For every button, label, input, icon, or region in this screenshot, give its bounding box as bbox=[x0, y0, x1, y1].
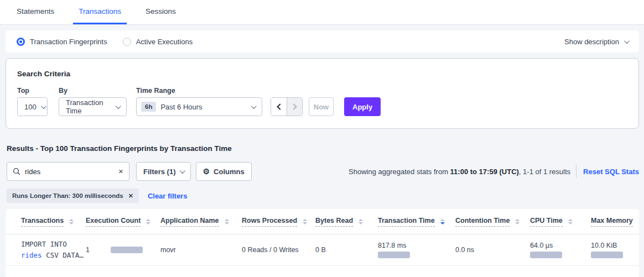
cpu-time-cell: 64.0 µs bbox=[530, 242, 591, 258]
sort-icon[interactable] bbox=[146, 219, 150, 224]
max-memory-cell: 10.0 KiB bbox=[591, 242, 639, 258]
results-table: Transactions Execution Count Application… bbox=[6, 209, 639, 277]
chevron-down-icon bbox=[179, 168, 185, 174]
show-description-toggle[interactable]: Show description bbox=[564, 38, 628, 46]
view-toggle-group: Transaction Fingerprints Active Executio… bbox=[17, 38, 193, 46]
time-range-label: Time Range bbox=[136, 87, 271, 95]
apply-button[interactable]: Apply bbox=[344, 97, 381, 116]
search-criteria-controls: Top 100 By Transaction Time Time Range 6… bbox=[17, 87, 627, 116]
top-field: Top 100 bbox=[17, 87, 59, 116]
sort-icon[interactable] bbox=[303, 219, 307, 224]
vertical-divider bbox=[576, 165, 577, 178]
by-label: By bbox=[59, 87, 136, 95]
show-description-label: Show description bbox=[564, 38, 619, 46]
search-box: ✕ bbox=[7, 162, 129, 181]
filter-chip-label: Runs Longer Than: 300 milliseconds bbox=[12, 192, 123, 199]
column-header-transaction-time: Transaction Time bbox=[378, 217, 455, 227]
search-criteria-panel: Search Criteria Top 100 By Transaction T… bbox=[6, 58, 639, 129]
radio-transaction-fingerprints[interactable]: Transaction Fingerprints bbox=[17, 38, 107, 46]
by-select[interactable]: Transaction Time bbox=[59, 97, 127, 116]
execution-count-cell: 1 bbox=[86, 246, 160, 254]
results-toolbar: ✕ Filters (1) ⚙ Columns Showing aggregat… bbox=[7, 162, 639, 181]
search-criteria-title: Search Criteria bbox=[17, 70, 627, 78]
stats-area: Showing aggregated stats from 11:00 to 1… bbox=[349, 165, 639, 178]
transactions-page: Statements Transactions Sessions Transac… bbox=[0, 0, 644, 277]
transaction-time-cell: 817.8 ms bbox=[378, 242, 455, 258]
sort-icon[interactable] bbox=[225, 219, 229, 224]
by-select-value: Transaction Time bbox=[66, 98, 111, 115]
filters-button[interactable]: Filters (1) bbox=[136, 162, 191, 181]
application-name-cell: movr bbox=[160, 246, 242, 254]
contention-time-cell: 0.0 ns bbox=[455, 246, 530, 254]
reset-sql-stats-link[interactable]: Reset SQL Stats bbox=[583, 168, 639, 176]
value-bar bbox=[378, 252, 410, 258]
column-header-transactions: Transactions bbox=[21, 217, 86, 227]
table-row: IMPORT INTO rides CSV DATA… 1 movr 0 Rea… bbox=[6, 234, 639, 266]
column-header-execution-count: Execution Count bbox=[86, 217, 160, 227]
stats-time-range: 11:00 to 17:59 (UTC) bbox=[450, 168, 519, 176]
by-field: By Transaction Time bbox=[59, 87, 136, 116]
clear-search-icon[interactable]: ✕ bbox=[118, 169, 123, 175]
sort-icon[interactable] bbox=[638, 219, 639, 224]
top-tab-bar: Statements Transactions Sessions bbox=[0, 0, 644, 25]
chevron-right-icon bbox=[290, 103, 297, 109]
value-bar bbox=[111, 247, 143, 253]
tab-sessions[interactable]: Sessions bbox=[140, 0, 181, 24]
tab-transactions[interactable]: Transactions bbox=[73, 0, 127, 24]
gear-icon: ⚙ bbox=[203, 168, 210, 175]
column-header-bytes-read: Bytes Read bbox=[315, 217, 378, 227]
column-header-cpu-time: CPU Time bbox=[530, 217, 591, 227]
now-button[interactable]: Now bbox=[309, 97, 334, 116]
sort-icon[interactable] bbox=[69, 219, 74, 224]
active-filters-row: Runs Longer Than: 300 milliseconds ✕ Cle… bbox=[7, 189, 639, 203]
view-toggle-panel: Transaction Fingerprints Active Executio… bbox=[6, 30, 639, 53]
chevron-down-icon bbox=[624, 38, 630, 44]
top-label: Top bbox=[17, 87, 59, 95]
chevron-left-icon bbox=[277, 103, 283, 109]
chevron-down-icon bbox=[116, 103, 121, 109]
sort-icon-active-desc[interactable] bbox=[440, 219, 445, 224]
results-heading: Results - Top 100 Transaction Fingerprin… bbox=[7, 144, 644, 153]
columns-button-label: Columns bbox=[214, 168, 245, 176]
time-range-field: Time Range 6h Past 6 Hours bbox=[136, 87, 271, 116]
sort-icon[interactable] bbox=[515, 219, 520, 224]
transaction-link[interactable]: rides bbox=[21, 251, 42, 259]
chevron-down-icon bbox=[251, 103, 257, 109]
chevron-down-icon bbox=[41, 103, 46, 109]
radio-active-executions[interactable]: Active Executions bbox=[123, 38, 193, 46]
time-range-nav bbox=[271, 97, 303, 116]
sort-icon[interactable] bbox=[359, 219, 363, 224]
search-input[interactable] bbox=[25, 168, 114, 176]
column-header-rows-processed: Rows Processed bbox=[242, 217, 315, 227]
previous-time-range-button[interactable] bbox=[271, 98, 287, 116]
value-bar bbox=[530, 252, 562, 258]
radio-unselected-icon bbox=[123, 38, 131, 46]
column-header-max-memory: Max Memory bbox=[591, 217, 639, 227]
filter-chip: Runs Longer Than: 300 milliseconds ✕ bbox=[7, 189, 139, 203]
rows-processed-cell: 0 Reads / 0 Writes bbox=[242, 246, 315, 254]
table-header-row: Transactions Execution Count Application… bbox=[6, 209, 639, 234]
value-bar bbox=[591, 252, 623, 258]
aggregated-stats-text: Showing aggregated stats from 11:00 to 1… bbox=[349, 168, 570, 176]
time-range-value: Past 6 Hours bbox=[160, 103, 202, 111]
radio-transaction-fingerprints-label: Transaction Fingerprints bbox=[30, 38, 107, 46]
time-range-badge: 6h bbox=[141, 102, 156, 112]
tab-statements[interactable]: Statements bbox=[11, 0, 60, 24]
radio-selected-icon bbox=[17, 38, 25, 46]
radio-active-executions-label: Active Executions bbox=[136, 38, 193, 46]
sort-icon[interactable] bbox=[568, 219, 573, 224]
transaction-fingerprint-cell[interactable]: IMPORT INTO rides CSV DATA… bbox=[21, 239, 86, 261]
search-icon bbox=[13, 168, 20, 175]
time-range-select[interactable]: 6h Past 6 Hours bbox=[136, 97, 262, 116]
remove-filter-icon[interactable]: ✕ bbox=[128, 193, 133, 199]
column-header-application-name: Application Name bbox=[160, 217, 242, 227]
filters-button-label: Filters (1) bbox=[143, 168, 176, 176]
top-select-value: 100 bbox=[24, 103, 37, 111]
columns-button[interactable]: ⚙ Columns bbox=[196, 162, 252, 181]
next-time-range-button[interactable] bbox=[287, 98, 302, 116]
top-select[interactable]: 100 bbox=[17, 97, 48, 116]
bytes-read-cell: 0 B bbox=[315, 246, 378, 254]
clear-filters-link[interactable]: Clear filters bbox=[148, 192, 188, 200]
column-header-contention-time: Contention Time bbox=[455, 217, 530, 227]
